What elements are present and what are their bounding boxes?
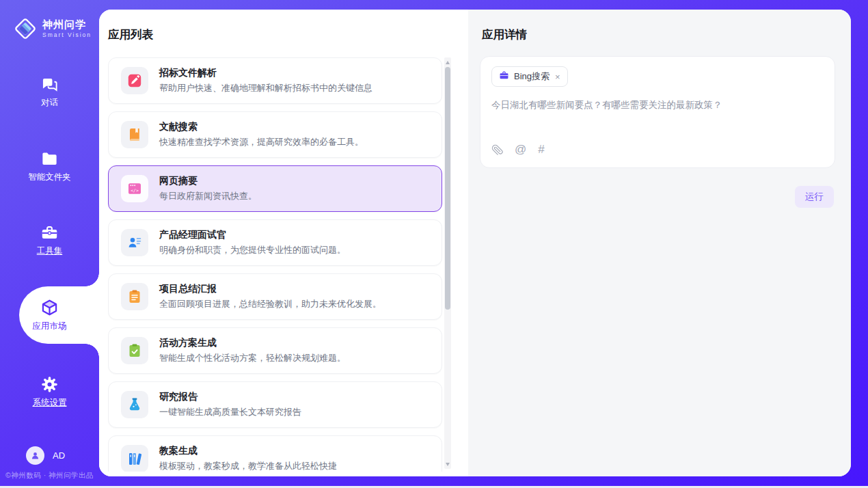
app-name: 产品经理面试官 (159, 229, 346, 241)
sidebar-item-对话[interactable]: 对话 (0, 72, 99, 111)
app-card-texts: 网页摘要每日政府新闻资讯快查。 (159, 175, 257, 202)
sidebar-item-智能文件夹[interactable]: 智能文件夹 (0, 147, 99, 185)
app-detail-title: 应用详情 (482, 27, 527, 42)
brand-logo: 神州问学 Smart Vision (0, 0, 99, 45)
main-content: 应用列表 招标文件解析帮助用户快速、准确地理解和解析招标书中的关键信息文献搜索快… (99, 10, 851, 476)
gear-icon (40, 375, 59, 394)
app-card-texts: 研究报告一键智能生成高质量长文本研究报告 (159, 391, 301, 418)
query-composer-card: Bing搜索 × 今日湖北有哪些新闻要点？有哪些需要关注的最新政策？ @# (480, 56, 835, 168)
app-card-texts: 活动方案生成智能生成个性化活动方案，轻松解决规划难题。 (159, 337, 346, 364)
app-card-教案生成[interactable]: 教案生成模板驱动，教案秒成，教学准备从此轻松快捷 (108, 435, 442, 472)
research-flask-icon (121, 391, 148, 418)
brand-diamond-icon (14, 17, 37, 40)
run-button[interactable]: 运行 (795, 186, 834, 208)
app-card-活动方案生成[interactable]: 活动方案生成智能生成个性化活动方案，轻松解决规划难题。 (108, 327, 442, 374)
toolbox-icon (40, 223, 59, 242)
sidebar-footer-credit: ©神州数码 · 神州问学出品 (5, 471, 98, 480)
app-list: 招标文件解析帮助用户快速、准确地理解和解析招标书中的关键信息文献搜索快速精准查找… (108, 57, 442, 472)
list-scrollbar[interactable] (444, 57, 451, 469)
app-card-网页摘要[interactable]: </>网页摘要每日政府新闻资讯快查。 (108, 165, 442, 212)
sidebar: 神州问学 Smart Vision 对话智能文件夹工具集应用市场系统设置 AD … (0, 0, 99, 488)
tool-tag-bing-search[interactable]: Bing搜索 × (491, 66, 568, 87)
cube-icon (40, 299, 59, 317)
brand-subtitle: Smart Vision (42, 32, 92, 38)
app-name: 网页摘要 (159, 175, 257, 187)
sidebar-item-label: 智能文件夹 (28, 172, 71, 183)
app-card-texts: 产品经理面试官明确身份和职责，为您提供专业性的面试问题。 (159, 229, 346, 256)
app-card-texts: 教案生成模板驱动，教案秒成，教学准备从此轻松快捷 (159, 445, 337, 472)
scroll-down-icon[interactable] (444, 461, 451, 467)
app-card-产品经理面试官[interactable]: 产品经理面试官明确身份和职责，为您提供专业性的面试问题。 (108, 219, 442, 266)
paperclip-icon[interactable] (491, 144, 503, 156)
sidebar-item-label: 应用市场 (33, 321, 67, 332)
at-icon[interactable]: @ (515, 143, 526, 157)
sidebar-item-label: 工具集 (37, 245, 63, 257)
tool-tag-label: Bing搜索 (514, 70, 550, 83)
app-card-texts: 招标文件解析帮助用户快速、准确地理解和解析招标书中的关键信息 (159, 67, 372, 94)
app-description: 快速精准查找学术资源，提高研究效率的必备工具。 (159, 136, 364, 148)
interviewer-icon (121, 229, 148, 256)
brand-name: 神州问学 (42, 19, 92, 31)
tag-close-icon[interactable]: × (555, 72, 560, 81)
user-name: AD (53, 450, 65, 461)
hash-icon[interactable]: # (538, 143, 544, 157)
sidebar-item-应用市场[interactable]: 应用市场 (0, 286, 99, 344)
browser-code-icon: </> (121, 175, 148, 202)
query-input[interactable]: 今日湖北有哪些新闻要点？有哪些需要关注的最新政策？ (491, 99, 824, 143)
app-card-文献搜索[interactable]: 文献搜索快速精准查找学术资源，提高研究效率的必备工具。 (108, 111, 442, 158)
app-description: 每日政府新闻资讯快查。 (159, 190, 257, 202)
app-card-项目总结汇报[interactable]: 项目总结汇报全面回顾项目进展，总结经验教训，助力未来优化发展。 (108, 273, 442, 320)
active-nav-bubble (19, 286, 99, 344)
app-detail-panel: 应用详情 Bing搜索 × 今日湖北有哪些新闻要点？有哪些需要关注的最新政策？ … (468, 10, 851, 476)
app-name: 招标文件解析 (159, 67, 372, 79)
app-card-招标文件解析[interactable]: 招标文件解析帮助用户快速、准确地理解和解析招标书中的关键信息 (108, 57, 442, 104)
clipboard-check-icon (121, 337, 148, 364)
user-avatar-icon (26, 446, 44, 465)
app-card-texts: 项目总结汇报全面回顾项目进展，总结经验教训，助力未来优化发展。 (159, 283, 381, 310)
scrollbar-thumb[interactable] (445, 67, 450, 310)
sidebar-item-系统设置[interactable]: 系统设置 (0, 372, 99, 411)
composer-toolbar: @# (491, 143, 824, 158)
app-description: 帮助用户快速、准确地理解和解析招标书中的关键信息 (159, 82, 372, 94)
app-description: 智能生成个性化活动方案，轻松解决规划难题。 (159, 352, 346, 364)
summary-note-icon (121, 283, 148, 310)
app-description: 明确身份和职责，为您提供专业性的面试问题。 (159, 244, 346, 256)
books-icon (121, 445, 148, 472)
folder-icon (40, 150, 59, 168)
app-description: 一键智能生成高质量长文本研究报告 (159, 406, 301, 418)
app-name: 教案生成 (159, 445, 337, 457)
user-account[interactable]: AD (26, 446, 65, 465)
book-icon (121, 121, 148, 148)
app-list-panel: 应用列表 招标文件解析帮助用户快速、准确地理解和解析招标书中的关键信息文献搜索快… (99, 10, 468, 476)
app-list-title: 应用列表 (108, 27, 153, 42)
app-name: 研究报告 (159, 391, 301, 403)
scroll-up-icon[interactable] (444, 59, 451, 66)
sidebar-item-label: 系统设置 (33, 397, 67, 409)
sidebar-nav: 对话智能文件夹工具集应用市场系统设置 (0, 45, 99, 411)
app-description: 模板驱动，教案秒成，教学准备从此轻松快捷 (159, 460, 337, 472)
app-name: 文献搜索 (159, 121, 364, 133)
briefcase-icon (499, 70, 509, 83)
app-card-texts: 文献搜索快速精准查找学术资源，提高研究效率的必备工具。 (159, 121, 364, 148)
app-name: 项目总结汇报 (159, 283, 381, 295)
app-name: 活动方案生成 (159, 337, 346, 349)
app-card-研究报告[interactable]: 研究报告一键智能生成高质量长文本研究报告 (108, 381, 442, 428)
sidebar-item-label: 对话 (41, 97, 58, 109)
app-description: 全面回顾项目进展，总结经验教训，助力未来优化发展。 (159, 298, 381, 310)
sidebar-item-工具集[interactable]: 工具集 (0, 221, 99, 259)
svg-text:</>: </> (131, 188, 139, 193)
edit-doc-icon (121, 67, 148, 94)
chat-icon (40, 75, 59, 94)
